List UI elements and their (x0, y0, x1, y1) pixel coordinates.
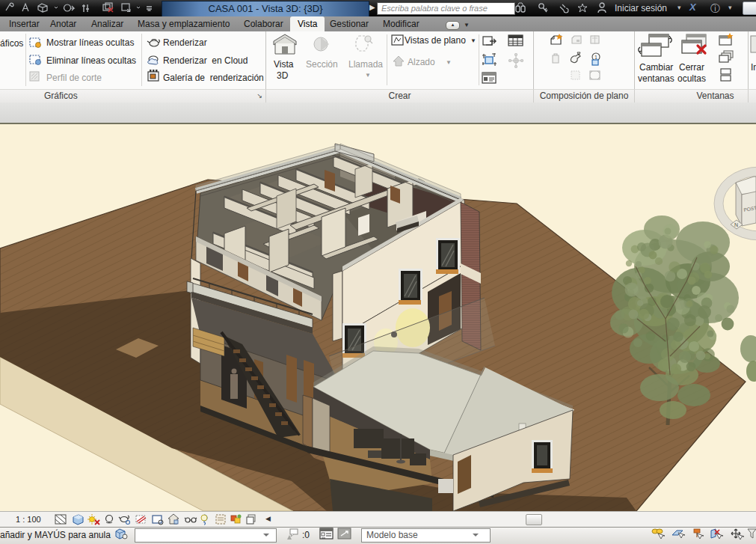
svg-text:1: 1 (594, 55, 597, 60)
svg-text:N: N (734, 222, 738, 227)
